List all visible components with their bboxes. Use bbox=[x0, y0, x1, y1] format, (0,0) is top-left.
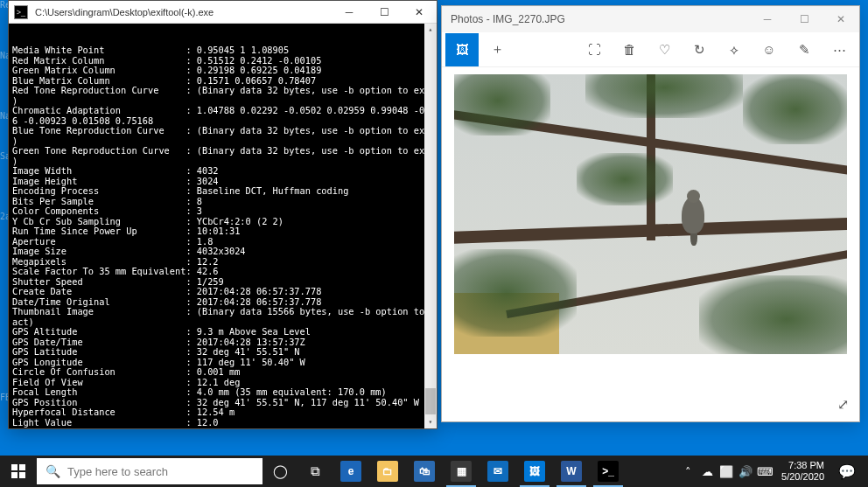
taskbar-edge[interactable]: e bbox=[332, 456, 369, 487]
more-button[interactable]: ⋯ bbox=[822, 33, 856, 66]
photos-window: Photos - IMG_2270.JPG ─ ☐ ✕ 🖼 ＋ ⛶ 🗑 ♡ ↻ … bbox=[441, 5, 860, 422]
photo-foliage bbox=[454, 74, 550, 136]
task-view-icon[interactable]: ⧉ bbox=[298, 456, 332, 487]
delete-button[interactable]: 🗑 bbox=[612, 33, 646, 66]
taskbar-word[interactable]: W bbox=[553, 456, 590, 487]
scroll-down-button[interactable]: ▾ bbox=[424, 416, 437, 428]
zoom-button[interactable]: ⛶ bbox=[578, 33, 611, 66]
console-scrollbar[interactable]: ▴ ▾ bbox=[424, 24, 437, 428]
tray-overflow-icon[interactable]: ˄ bbox=[678, 456, 697, 487]
photo-foliage bbox=[577, 153, 673, 205]
see-all-photos-button[interactable]: 🖼 bbox=[445, 33, 479, 66]
photo-foliage bbox=[585, 74, 743, 118]
photo-foliage bbox=[454, 249, 577, 337]
tray-network-icon[interactable]: ⬜ bbox=[717, 456, 736, 487]
maximize-button[interactable]: ☐ bbox=[367, 1, 402, 24]
scroll-up-button[interactable]: ▴ bbox=[424, 24, 437, 36]
rotate-button[interactable]: ↻ bbox=[682, 33, 716, 66]
console-title: C:\Users\dingram\Desktop\exiftool(-k).ex… bbox=[33, 7, 332, 17]
action-center-icon[interactable]: 💬 bbox=[831, 456, 863, 487]
taskbar-explorer[interactable]: 🗀 bbox=[369, 456, 406, 487]
taskbar: 🔍 Type here to search ◯ ⧉ e 🗀 🛍 ▦ ✉ 🖼 W … bbox=[0, 456, 868, 487]
taskbar-console[interactable]: >_ bbox=[590, 456, 626, 487]
search-placeholder: Type here to search bbox=[67, 465, 168, 478]
taskbar-mail[interactable]: ✉ bbox=[480, 456, 516, 487]
scroll-track[interactable] bbox=[424, 36, 437, 416]
photos-title: Photos - IMG_2270.JPG bbox=[442, 13, 749, 25]
taskbar-app-running-1[interactable]: ▦ bbox=[443, 456, 480, 487]
photos-close-button[interactable]: ✕ bbox=[822, 6, 859, 32]
edit-button[interactable]: ✎ bbox=[788, 33, 821, 66]
svg-rect-1 bbox=[19, 464, 25, 470]
photos-viewport[interactable]: ⤢ bbox=[442, 67, 859, 421]
photo-foliage bbox=[743, 74, 847, 144]
people-button[interactable]: ☺ bbox=[752, 33, 786, 66]
search-box[interactable]: 🔍 Type here to search bbox=[37, 458, 262, 484]
minimize-button[interactable]: ─ bbox=[332, 1, 367, 24]
tray-onedrive-icon[interactable]: ☁ bbox=[697, 456, 717, 487]
clock-time: 7:38 PM bbox=[781, 460, 824, 471]
scroll-thumb[interactable] bbox=[425, 388, 436, 414]
console-window: >_ C:\Users\dingram\Desktop\exiftool(-k)… bbox=[8, 0, 438, 429]
taskbar-store[interactable]: 🛍 bbox=[406, 456, 443, 487]
fullscreen-icon[interactable]: ⤢ bbox=[837, 396, 849, 413]
taskbar-clock[interactable]: 7:38 PM 5/20/2020 bbox=[774, 460, 831, 483]
start-button[interactable] bbox=[0, 456, 37, 487]
system-tray: ˄ ☁ ⬜ 🔊 ⌨ 7:38 PM 5/20/2020 💬 bbox=[678, 456, 868, 487]
photo-bird bbox=[673, 188, 715, 240]
taskbar-photos[interactable]: 🖼 bbox=[516, 456, 553, 487]
photos-titlebar[interactable]: Photos - IMG_2270.JPG ─ ☐ ✕ bbox=[442, 6, 859, 32]
photo-content bbox=[454, 74, 847, 354]
svg-rect-2 bbox=[11, 472, 18, 478]
crop-button[interactable]: ⟡ bbox=[718, 33, 751, 66]
close-button[interactable]: ✕ bbox=[402, 1, 437, 24]
photo-foliage bbox=[699, 275, 847, 354]
photos-minimize-button[interactable]: ─ bbox=[749, 6, 786, 32]
tray-keyboard-icon[interactable]: ⌨ bbox=[755, 456, 774, 487]
svg-rect-3 bbox=[19, 472, 25, 478]
photos-toolbar: 🖼 ＋ ⛶ 🗑 ♡ ↻ ⟡ ☺ ✎ ⋯ bbox=[442, 32, 859, 67]
favorite-button[interactable]: ♡ bbox=[648, 33, 681, 66]
search-icon: 🔍 bbox=[46, 464, 60, 478]
photos-maximize-button[interactable]: ☐ bbox=[786, 6, 822, 32]
cortana-icon[interactable]: ◯ bbox=[262, 456, 298, 487]
add-to-button[interactable]: ＋ bbox=[480, 33, 514, 66]
console-titlebar[interactable]: >_ C:\Users\dingram\Desktop\exiftool(-k)… bbox=[9, 1, 437, 24]
console-output: Media White Point : 0.95045 1 1.08905 Re… bbox=[9, 24, 437, 428]
console-app-icon: >_ bbox=[14, 5, 28, 19]
tray-volume-icon[interactable]: 🔊 bbox=[736, 456, 755, 487]
clock-date: 5/20/2020 bbox=[781, 471, 824, 483]
svg-rect-0 bbox=[11, 464, 18, 470]
